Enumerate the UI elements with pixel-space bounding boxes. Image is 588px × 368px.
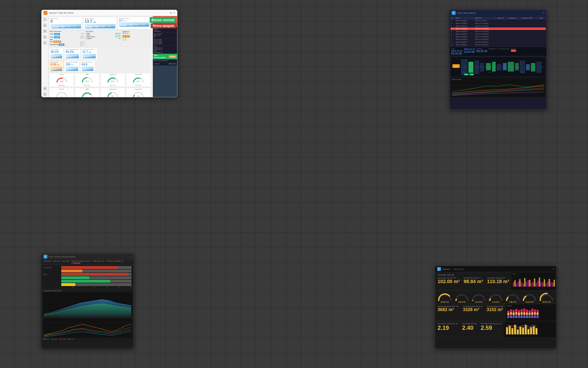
svg-rect-47 <box>519 279 521 287</box>
panel4-top-values: Gemiddeld verbruik 15m 102.00 m³ Gemidde… <box>438 277 509 284</box>
svg-rect-100 <box>526 316 528 318</box>
gauge-766: 7.66 m³/h <box>504 292 521 303</box>
sidebar-home-icon[interactable]: ⌂ <box>43 18 47 21</box>
panel-event-timeseries: F Fority / Event recikup/terminator ✕ st… <box>41 254 134 349</box>
stat-start-time: start time <box>53 260 60 264</box>
panel2-chart: batch results <box>451 78 545 97</box>
svg-rect-57 <box>535 283 537 286</box>
svg-rect-77 <box>513 310 515 313</box>
gauge-cuerpo3-svg: 627 <box>107 90 119 97</box>
bar-2-fill <box>61 269 82 272</box>
panel3-multiline-chart: series1 series2 series3 series4 <box>42 317 133 340</box>
svg-rect-16 <box>486 63 491 70</box>
svg-rect-18 <box>497 64 501 70</box>
metric-temp-hogar: Temperatura Hogar 153 °C <box>64 60 80 72</box>
tipo-combustible-label: Tipo Combustible <box>154 54 169 59</box>
svg-rect-71 <box>507 315 509 317</box>
svg-rect-89 <box>521 309 523 312</box>
bar-row-1: current state <box>44 266 132 269</box>
bar-1-fill <box>61 266 117 269</box>
gauge-cuerpo3: Cuerpo #3 627 627 rpm <box>100 88 125 97</box>
panel1-star-icon[interactable]: ★ <box>170 12 172 14</box>
table-row[interactable]: 5Batch 11/20/20142021-12-11 20:40:26 <box>450 30 546 33</box>
table-row[interactable]: 8Batch 11/20/20142021-12-12 08:35:07 <box>450 38 546 41</box>
gauge-vbp: VBP 3521 3521 rpm <box>75 73 100 87</box>
metric-240: Gemiddeld verbruik 2.40 <box>462 323 477 331</box>
table-row[interactable]: 10Batch 11/20/20142021-12-12 08:35:07 <box>450 44 546 46</box>
panel2-table-container[interactable]: id batch date start date end equipment p… <box>450 17 546 46</box>
bar-row-5 <box>44 280 132 283</box>
svg-rect-22 <box>520 61 525 73</box>
metric-3682: Gemiddeld dagverbruik 15m 3682 m³ <box>438 305 459 312</box>
table-row[interactable]: 6Batch 11/20/20142021-12-11 20:40:26 <box>450 33 546 36</box>
gauge-114-svg <box>488 292 503 301</box>
table-row[interactable]: 7Batch 11/20/20142021-12-11 20:40:26 <box>450 36 546 38</box>
sidebar-chart-icon[interactable]: ≡ <box>43 41 47 45</box>
batch-chart-svg <box>452 81 544 97</box>
svg-rect-73 <box>510 309 512 312</box>
sidebar-gauge-icon[interactable]: ◎ <box>43 35 47 39</box>
svg-rect-78 <box>513 313 515 315</box>
sidebar-grid-icon[interactable]: ⊞ <box>43 29 47 33</box>
metric-102-value: 102.00 m³ <box>438 279 460 284</box>
panel4-gauge-row: 55.59 m³/h 0.82 m³/h 0.13 m³/h 1.14 m³/h <box>435 291 556 304</box>
svg-text:1692: 1692 <box>60 81 64 82</box>
metric-219: Gemiddeld verbruik per uur 2.19 <box>438 323 458 331</box>
svg-rect-121 <box>517 330 519 334</box>
gauge-3085: 30.85 m³/h <box>538 292 555 303</box>
mid-stacked-svg <box>507 307 555 319</box>
panel1-breadcrumb: General / Sala de Control <box>49 12 74 14</box>
chart-title-component: component sample heat <box>43 290 132 292</box>
panel4-title: General / <box>442 268 450 270</box>
svg-rect-50 <box>524 278 526 286</box>
svg-text:14 pk: 14 pk <box>470 74 473 75</box>
bar-time-axis: 0 2.5 5 7.5 10 12.5 15 <box>44 286 132 288</box>
panel3-heat-chart-section: component sample heat <box>42 289 133 317</box>
metric-3328: Gemiddeld dagverbruik 1h 3328 m³ <box>463 305 483 312</box>
svg-rect-44 <box>514 280 516 286</box>
table-row[interactable]: 2Batch 11/20/20142021-12-11 18:53:01 <box>450 22 546 25</box>
table-row-selected[interactable]: 4Batch 11/20/20142021-12-11 20:40:26 <box>450 28 546 30</box>
table-row[interactable]: 3Batch 11/20/20142021-12-11 18:53:01 <box>450 25 546 28</box>
table-row[interactable]: 1Batch 11/20/20142022-11-14 00:04 <box>450 19 546 22</box>
svg-rect-117 <box>506 327 508 334</box>
table-row[interactable]: 9Batch 11/20/20142021-12-12 08:35:07 <box>450 41 546 44</box>
panel1-header: F General / Sala de Control ★ ⬡ <box>42 10 177 16</box>
panel1-share-icon[interactable]: ⬡ <box>173 12 175 14</box>
sidebar-settings-icon[interactable]: ⚙ <box>43 87 47 91</box>
panel3-close-icon[interactable]: ✕ <box>130 256 132 258</box>
gauge-766-svg <box>505 292 520 301</box>
svg-rect-82 <box>515 312 517 314</box>
svg-rect-17 <box>492 62 496 72</box>
svg-rect-101 <box>528 310 530 313</box>
panel4-bottom-metrics: Gemiddeld verbruik per uur 2.19 Gemiddel… <box>435 321 504 338</box>
sidebar-star-icon[interactable]: ★ <box>43 23 47 27</box>
top-bar-chart-svg <box>512 275 555 288</box>
bar-row-2 <box>44 269 132 272</box>
panel4-close-icon[interactable]: ✕ <box>553 268 554 270</box>
svg-rect-63 <box>545 283 547 286</box>
panel2-data-table: id batch date start date end equipment p… <box>450 17 546 46</box>
svg-rect-46 <box>518 281 519 286</box>
svg-rect-84 <box>515 316 517 318</box>
svg-rect-108 <box>531 317 533 318</box>
metric-presion-manifold: Presion Manifold C... 11.7 bar <box>81 48 97 59</box>
svg-rect-61 <box>542 282 544 287</box>
metric-vacio-hogar: Vacio Hogar 6.56 bar <box>49 60 64 72</box>
svg-rect-92 <box>521 316 523 318</box>
panel4-dag-metrics: Gemiddeld dagverbruik 15m 3682 m³ Gemidd… <box>435 304 506 321</box>
metric-110: Gemiddeld verbruik 24h 110.18 m³ <box>487 277 509 284</box>
svg-rect-107 <box>531 315 533 317</box>
gauge-082: 0.82 m³/h <box>454 292 470 303</box>
sidebar-info-icon[interactable]: ℹ <box>43 92 47 96</box>
svg-rect-76 <box>510 316 512 318</box>
bar-4-fill <box>61 276 89 279</box>
panel2-close-icon[interactable]: ✕ <box>543 12 544 14</box>
gauge-55-svg <box>438 292 452 301</box>
panel2-header: F Fority / Batch selector ✕ <box>450 10 546 16</box>
svg-rect-111 <box>534 314 536 316</box>
svg-rect-65 <box>549 279 550 287</box>
stat-start-timer: start timer <box>44 260 51 264</box>
svg-rect-94 <box>523 312 525 315</box>
svg-rect-120 <box>514 325 516 334</box>
